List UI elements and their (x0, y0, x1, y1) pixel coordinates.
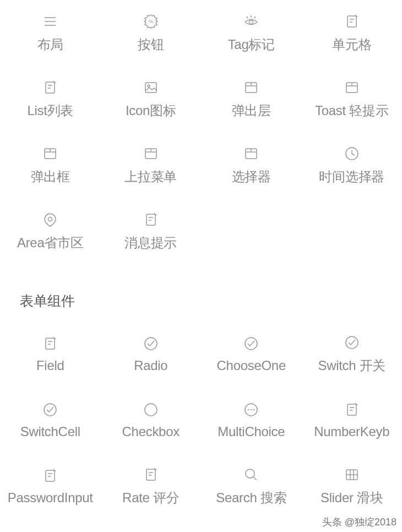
component-grid-2: FieldRadioChooseOneSwitch 开关SwitchCellCh… (0, 321, 402, 519)
component-item-label: NumberKeyb (314, 424, 389, 439)
component-item[interactable]: NumberKeyb (302, 387, 403, 453)
location-icon (41, 211, 59, 229)
note-icon (142, 466, 160, 484)
component-item[interactable]: 时间选择器 (302, 132, 403, 198)
component-item[interactable]: Tag标记 (201, 0, 302, 66)
component-item-label: Slider 滑块 (320, 489, 383, 507)
grid-icon (343, 466, 361, 484)
component-item-label: SwitchCell (20, 424, 80, 439)
clock-icon (343, 145, 361, 162)
component-grid-1: 布局按钮Tag标记单元格List列表Icon图标弹出层Toast 轻提示弹出框上… (0, 0, 402, 264)
more-circle-icon (242, 401, 260, 419)
component-item-label: Icon图标 (126, 102, 176, 120)
note-icon (142, 211, 160, 229)
component-item-label: 弹出框 (31, 168, 70, 186)
component-item-label: Toast 轻提示 (315, 102, 388, 120)
box-icon (41, 145, 59, 162)
note-icon (41, 79, 59, 96)
circle-icon (142, 401, 160, 419)
component-item-label: Field (36, 358, 64, 373)
note-icon (41, 335, 59, 352)
box-icon (242, 145, 260, 162)
menu-icon (41, 13, 59, 30)
component-item-label: Rate 评分 (122, 489, 179, 507)
component-item[interactable]: Slider 滑块 (302, 453, 403, 519)
component-item[interactable]: 布局 (0, 0, 101, 66)
component-item[interactable]: Toast 轻提示 (302, 66, 403, 132)
component-item[interactable]: SwitchCell (0, 387, 101, 453)
component-item-label: 布局 (37, 36, 63, 53)
component-item-label: 单元格 (332, 36, 371, 53)
component-item[interactable]: 选择器 (201, 132, 302, 198)
section-title-forms: 表单组件 (0, 264, 402, 321)
check-circle-icon (142, 335, 160, 352)
component-item-label: MultiChoice (218, 424, 285, 439)
component-item[interactable]: Field (0, 321, 101, 387)
component-item[interactable]: Radio (101, 321, 202, 387)
component-item[interactable]: 弹出层 (201, 66, 302, 132)
component-item[interactable]: PasswordInput (0, 453, 101, 519)
component-item[interactable]: 单元格 (302, 0, 403, 66)
component-item-label: Checkbox (122, 424, 180, 439)
component-item[interactable]: 弹出框 (0, 132, 101, 198)
component-item-label: ChooseOne (217, 358, 286, 373)
component-item[interactable]: Area省市区 (0, 198, 101, 264)
component-item[interactable]: Icon图标 (101, 66, 202, 132)
component-item[interactable]: Rate 评分 (101, 453, 202, 519)
box-icon (242, 79, 260, 96)
component-item[interactable]: 消息提示 (101, 198, 202, 264)
component-item-label: PasswordInput (8, 490, 93, 506)
component-item-label: 弹出层 (232, 102, 271, 120)
component-item[interactable]: Switch 开关 (302, 321, 403, 387)
component-item-label: 消息提示 (124, 234, 177, 252)
box-icon (343, 79, 361, 96)
note-icon (343, 13, 361, 30)
component-item-label: 时间选择器 (319, 168, 384, 186)
component-item[interactable]: Search 搜索 (201, 453, 302, 519)
component-item-label: 按钮 (138, 36, 164, 53)
component-item[interactable]: ChooseOne (201, 321, 302, 387)
component-item-label: 上拉菜单 (124, 168, 177, 186)
check-circle-icon (242, 335, 260, 352)
badge-icon (142, 13, 160, 30)
component-item-label: 选择器 (232, 168, 271, 186)
component-item[interactable]: 上拉菜单 (101, 132, 202, 198)
search-icon (242, 466, 260, 484)
component-item[interactable]: 按钮 (101, 0, 202, 66)
note-icon (41, 467, 59, 485)
component-item[interactable]: List列表 (0, 66, 101, 132)
component-item-label: Search 搜索 (216, 489, 286, 507)
box-icon (142, 145, 160, 162)
component-item-label: Tag标记 (228, 36, 275, 53)
eye-icon (242, 13, 260, 30)
component-item-label: Switch 开关 (318, 357, 385, 374)
image-icon (142, 79, 160, 96)
component-item[interactable]: Checkbox (101, 387, 202, 453)
check-circle-icon (41, 401, 59, 419)
note-icon (343, 401, 361, 419)
check-circle-icon (343, 334, 361, 351)
component-item-label: Area省市区 (17, 234, 84, 252)
component-item-label: List列表 (27, 102, 73, 120)
watermark-text: 头条 @独绽2018 (322, 515, 396, 529)
component-item[interactable]: MultiChoice (201, 387, 302, 453)
component-item-label: Radio (134, 358, 167, 373)
